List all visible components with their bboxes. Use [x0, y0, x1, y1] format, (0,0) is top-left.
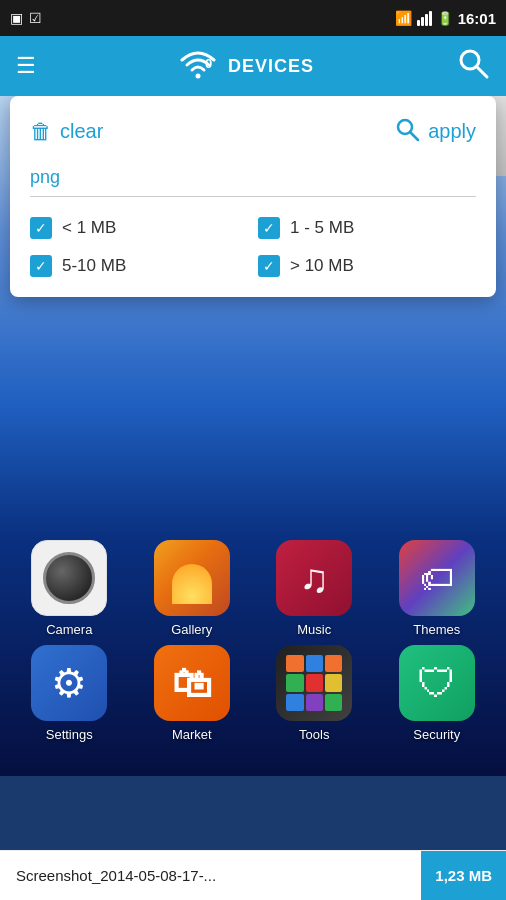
checkbox-5-10mb-icon: ✓	[30, 255, 52, 277]
apply-button[interactable]: apply	[394, 116, 476, 147]
themes-label: Themes	[413, 622, 460, 637]
checkbox-5-10mb-label: 5-10 MB	[62, 256, 126, 276]
tools-cell-5	[306, 674, 323, 691]
wifi-broadcast-icon: 0	[178, 48, 218, 84]
tools-grid-symbol	[286, 655, 342, 711]
hamburger-menu-icon[interactable]: ☰	[16, 53, 36, 79]
checkbox-less-1mb-icon: ✓	[30, 217, 52, 239]
filter-input-area	[30, 167, 476, 197]
market-bag-symbol: 🛍	[172, 661, 211, 706]
tools-cell-8	[306, 694, 323, 711]
status-bar-right: 📶 🔋 16:01	[395, 10, 496, 27]
checkbox-less-1mb[interactable]: ✓ < 1 MB	[30, 217, 248, 239]
checkbox-1-5mb-icon: ✓	[258, 217, 280, 239]
app-settings[interactable]: ⚙ Settings	[10, 645, 129, 742]
settings-icon: ⚙	[31, 645, 107, 721]
camera-lens	[43, 552, 95, 604]
app-music[interactable]: ♫ Music	[255, 540, 374, 637]
svg-point-0	[195, 74, 200, 79]
checkbox-over-10mb-icon: ✓	[258, 255, 280, 277]
app-gallery[interactable]: Gallery	[133, 540, 252, 637]
market-label: Market	[172, 727, 212, 742]
filter-checkboxes-grid: ✓ < 1 MB ✓ 1 - 5 MB ✓ 5-10 MB ✓ > 10 MB	[30, 217, 476, 277]
gallery-icon	[154, 540, 230, 616]
tools-cell-9	[325, 694, 342, 711]
checkbox-1-5mb[interactable]: ✓ 1 - 5 MB	[258, 217, 476, 239]
filename-text: Screenshot_2014-05-08-17-...	[16, 867, 216, 884]
gallery-inner	[154, 540, 230, 616]
settings-label: Settings	[46, 727, 93, 742]
app-themes[interactable]: 🏷 Themes	[378, 540, 497, 637]
app-tools[interactable]: Tools	[255, 645, 374, 742]
gear-symbol: ⚙	[51, 660, 87, 706]
market-icon: 🛍	[154, 645, 230, 721]
camera-icon	[31, 540, 107, 616]
filesize-badge: 1,23 MB	[421, 851, 506, 901]
wifi-status-icon: 📶	[395, 10, 412, 26]
time-display: 16:01	[458, 10, 496, 27]
clear-label: clear	[60, 120, 103, 143]
themes-icon: 🏷	[399, 540, 475, 616]
tools-cell-7	[286, 694, 303, 711]
security-icon: 🛡	[399, 645, 475, 721]
checkbox-over-10mb-label: > 10 MB	[290, 256, 354, 276]
clear-button[interactable]: 🗑 clear	[30, 119, 103, 145]
status-bar-left: ▣ ☑	[10, 10, 42, 26]
music-note-symbol: ♫	[299, 556, 329, 601]
nav-title-text: DEVICES	[228, 56, 314, 77]
trash-icon: 🗑	[30, 119, 52, 145]
checkbox-less-1mb-label: < 1 MB	[62, 218, 116, 238]
search-icon	[394, 116, 420, 147]
gallery-sun	[172, 564, 212, 604]
checkbox-notification-icon: ☑	[29, 10, 42, 26]
status-bar: ▣ ☑ 📶 🔋 16:01	[0, 0, 506, 36]
shield-symbol: 🛡	[417, 661, 457, 706]
app-market[interactable]: 🛍 Market	[133, 645, 252, 742]
filter-text-input[interactable]	[30, 167, 476, 188]
tools-label: Tools	[299, 727, 329, 742]
camera-label: Camera	[46, 622, 92, 637]
filter-actions-row: 🗑 clear apply	[30, 116, 476, 147]
svg-line-5	[410, 132, 418, 140]
music-icon: ♫	[276, 540, 352, 616]
checkbox-5-10mb[interactable]: ✓ 5-10 MB	[30, 255, 248, 277]
app-security[interactable]: 🛡 Security	[378, 645, 497, 742]
bottom-bar: Screenshot_2014-05-08-17-... 1,23 MB	[0, 850, 506, 900]
battery-icon: 🔋	[437, 11, 453, 26]
music-label: Music	[297, 622, 331, 637]
checkbox-1-5mb-label: 1 - 5 MB	[290, 218, 354, 238]
nav-title-group: 0 DEVICES	[178, 48, 314, 84]
app-grid: Camera Gallery ♫ Music 🏷 Themes ⚙ Settin…	[0, 530, 506, 742]
filter-dialog: 🗑 clear apply ✓ < 1 MB ✓ 1 - 5 MB ✓	[10, 96, 496, 297]
svg-text:0: 0	[205, 56, 212, 71]
svg-line-3	[477, 67, 487, 77]
tools-cell-2	[306, 655, 323, 672]
apply-label: apply	[428, 120, 476, 143]
nav-bar: ☰ 0 DEVICES	[0, 36, 506, 96]
checkbox-over-10mb[interactable]: ✓ > 10 MB	[258, 255, 476, 277]
themes-paint-symbol: 🏷	[420, 559, 454, 598]
tools-cell-6	[325, 674, 342, 691]
nav-search-icon[interactable]	[456, 46, 490, 87]
signal-strength-icon	[417, 11, 432, 26]
gallery-label: Gallery	[171, 622, 212, 637]
tools-cell-4	[286, 674, 303, 691]
app-camera[interactable]: Camera	[10, 540, 129, 637]
tools-cell-1	[286, 655, 303, 672]
notification-icon: ▣	[10, 10, 23, 26]
tools-cell-3	[325, 655, 342, 672]
tools-icon	[276, 645, 352, 721]
security-label: Security	[413, 727, 460, 742]
